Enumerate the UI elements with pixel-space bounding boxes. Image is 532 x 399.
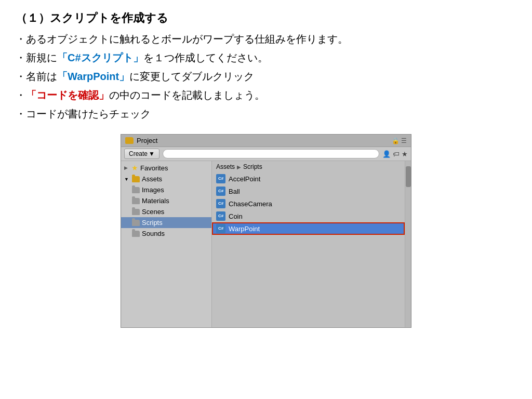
unity-toolbar: Create ▼ 👤 🏷 ★ bbox=[121, 147, 411, 161]
unity-content: ▶ ★ Favorites ▼ Assets bbox=[121, 161, 411, 327]
script-name-accelpoint: AccelPoint bbox=[229, 175, 260, 183]
left-panel: ▶ ★ Favorites ▼ Assets bbox=[121, 161, 212, 327]
instruction-title: （１）スクリプトを作成する bbox=[16, 10, 516, 26]
instruction-item-3: ・名前は「WarpPoint」に変更してダブルクリック bbox=[16, 69, 516, 84]
tree-item-sounds[interactable]: Sounds bbox=[121, 228, 211, 239]
scrollbar-area[interactable] bbox=[405, 161, 411, 327]
materials-label: Materials bbox=[142, 197, 169, 205]
favorites-label: Favorites bbox=[140, 164, 168, 172]
create-button[interactable]: Create ▼ bbox=[124, 149, 159, 159]
breadcrumb-part2: Scripts bbox=[243, 163, 262, 170]
instruction-suffix-2: を１つ作成してください。 bbox=[143, 52, 268, 63]
folder-shape-scripts bbox=[132, 220, 140, 226]
instruction-item-4: ・「コードを確認」の中のコードを記載しましょう。 bbox=[16, 87, 516, 103]
instruction-text-5: コードが書けたらチェック bbox=[26, 108, 151, 119]
script-item-chasecamera[interactable]: C# ChaseCamera bbox=[212, 197, 405, 210]
folder-shape-assets bbox=[132, 176, 140, 182]
images-folder-icon bbox=[131, 187, 140, 193]
instruction-highlight-4: 「コードを確認」 bbox=[26, 89, 109, 101]
cs-icon-ball: C# bbox=[216, 187, 225, 196]
tree-item-materials[interactable]: Materials bbox=[121, 195, 211, 206]
breadcrumb-arrow: ▶ bbox=[237, 164, 241, 170]
materials-folder-icon bbox=[131, 197, 140, 204]
cs-icon-chasecamera: C# bbox=[216, 199, 225, 208]
breadcrumb-part1: Assets bbox=[216, 163, 235, 170]
folder-shape-sounds bbox=[132, 231, 140, 237]
tree-item-scenes[interactable]: Scenes bbox=[121, 206, 211, 217]
instruction-prefix-2: 新規に bbox=[26, 52, 57, 63]
tree-item-scripts[interactable]: Scripts bbox=[121, 217, 211, 228]
instruction-text-1: あるオブジェクトに触れるとボールがワープする仕組みを作ります。 bbox=[26, 33, 348, 45]
folder-shape-images bbox=[132, 187, 140, 193]
tree-item-assets[interactable]: ▼ Assets bbox=[121, 174, 211, 184]
scroll-thumb[interactable] bbox=[406, 166, 411, 187]
sounds-label: Sounds bbox=[142, 230, 165, 237]
sounds-folder-icon bbox=[131, 230, 140, 237]
create-button-label: Create bbox=[129, 150, 148, 157]
folder-shape-scenes bbox=[132, 209, 140, 215]
instruction-highlight-3: 「WarpPoint」 bbox=[57, 71, 129, 82]
instruction-prefix-3: 名前は bbox=[26, 71, 57, 82]
toolbar-icons: 👤 🏷 ★ bbox=[382, 150, 408, 158]
breadcrumb-bar: Assets ▶ Scripts bbox=[212, 162, 405, 171]
instruction-highlight-2: 「C#スクリプト」 bbox=[57, 52, 143, 63]
lock-icon[interactable]: 🔒 ☰ bbox=[392, 137, 407, 144]
script-item-ball[interactable]: C# Ball bbox=[212, 185, 405, 197]
assets-label: Assets bbox=[142, 175, 162, 183]
cs-icon-accelpoint: C# bbox=[216, 174, 225, 183]
unity-window-wrapper: Project 🔒 ☰ Create ▼ 👤 🏷 ★ bbox=[16, 134, 516, 328]
script-item-coin[interactable]: C# Coin bbox=[212, 210, 405, 222]
instruction-item-5: ・コードが書けたらチェック bbox=[16, 106, 516, 122]
scripts-label: Scripts bbox=[142, 219, 163, 227]
scenes-label: Scenes bbox=[142, 208, 164, 216]
create-dropdown-arrow: ▼ bbox=[149, 150, 155, 157]
script-name-ball: Ball bbox=[229, 188, 240, 195]
script-name-chasecamera: ChaseCamera bbox=[229, 200, 272, 208]
cs-icon-coin: C# bbox=[216, 211, 225, 221]
assets-folder-icon bbox=[131, 176, 140, 182]
instruction-suffix-4: の中のコードを記載しましょう。 bbox=[109, 89, 265, 101]
instruction-item-2: ・新規に「C#スクリプト」を１つ作成してください。 bbox=[16, 50, 516, 65]
instruction-item-1: ・あるオブジェクトに触れるとボールがワープする仕組みを作ります。 bbox=[16, 31, 516, 47]
folder-shape-materials bbox=[132, 198, 140, 204]
script-item-warppoint[interactable]: C# WarpPoint bbox=[212, 222, 405, 235]
images-label: Images bbox=[142, 186, 164, 194]
unity-project-window: Project 🔒 ☰ Create ▼ 👤 🏷 ★ bbox=[121, 134, 411, 328]
tag-icon[interactable]: 🏷 bbox=[393, 150, 400, 158]
star-icon: ★ bbox=[131, 164, 138, 172]
instructions-section: （１）スクリプトを作成する ・あるオブジェクトに触れるとボールがワープする仕組み… bbox=[16, 10, 516, 122]
script-name-coin: Coin bbox=[229, 212, 243, 220]
assets-arrow: ▼ bbox=[124, 177, 129, 182]
scenes-folder-icon bbox=[131, 208, 140, 215]
unity-title-bar: Project 🔒 ☰ bbox=[121, 135, 411, 147]
scripts-folder-icon bbox=[131, 219, 140, 226]
search-input[interactable] bbox=[163, 149, 379, 158]
instruction-suffix-3: に変更してダブルクリック bbox=[129, 71, 254, 82]
unity-window-title: Project bbox=[137, 137, 157, 144]
page-container: （１）スクリプトを作成する ・あるオブジェクトに触れるとボールがワープする仕組み… bbox=[0, 0, 532, 399]
tree-item-favorites[interactable]: ▶ ★ Favorites bbox=[121, 162, 211, 174]
person-icon[interactable]: 👤 bbox=[382, 150, 391, 158]
script-name-warppoint: WarpPoint bbox=[229, 225, 260, 233]
window-folder-icon bbox=[125, 137, 134, 144]
star-toolbar-icon[interactable]: ★ bbox=[402, 150, 408, 158]
tree-item-images[interactable]: Images bbox=[121, 184, 211, 195]
right-panel: Assets ▶ Scripts C# AccelPoint C# bbox=[212, 161, 405, 327]
favorites-arrow: ▶ bbox=[124, 165, 129, 170]
cs-icon-warppoint: C# bbox=[216, 224, 225, 233]
script-item-accelpoint[interactable]: C# AccelPoint bbox=[212, 172, 405, 185]
